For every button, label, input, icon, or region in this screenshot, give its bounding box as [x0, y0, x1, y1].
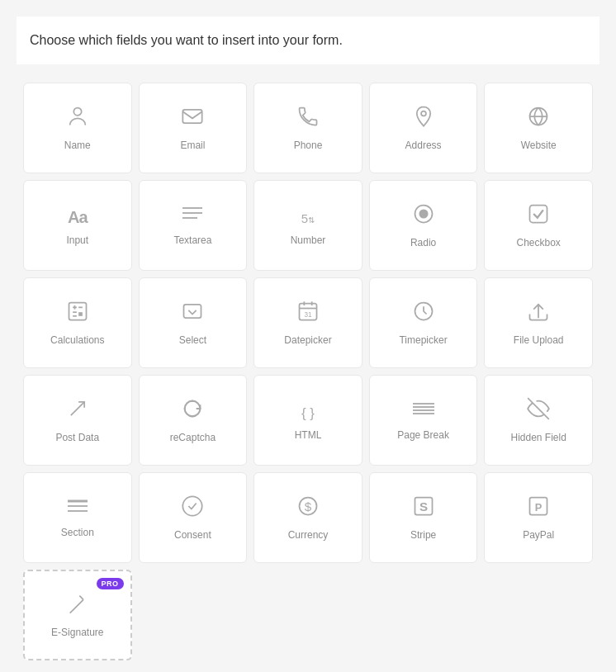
field-card-checkbox[interactable]: Checkbox [484, 180, 593, 271]
calculations-label: Calculations [50, 334, 104, 346]
checkbox-label: Checkbox [517, 237, 561, 248]
field-card-website[interactable]: Website [484, 83, 593, 173]
field-card-paypal[interactable]: PPayPal [484, 472, 593, 563]
svg-text:P: P [535, 501, 543, 513]
field-card-file-upload[interactable]: File Upload [484, 277, 593, 368]
input-label: Input [66, 234, 88, 246]
field-card-timepicker[interactable]: Timepicker [369, 277, 478, 368]
phone-label: Phone [294, 140, 323, 151]
currency-label: Currency [288, 529, 329, 541]
consent-icon [181, 495, 204, 521]
datepicker-label: Datepicker [284, 334, 331, 346]
html-icon: { } [301, 400, 315, 421]
paypal-label: PayPal [523, 529, 554, 541]
file-upload-icon [527, 300, 550, 326]
field-card-number[interactable]: 5⇅Number [254, 180, 362, 271]
input-icon: Aa [68, 205, 88, 226]
field-card-recaptcha[interactable]: reCaptcha [139, 375, 248, 466]
svg-rect-17 [184, 305, 201, 318]
name-label: Name [64, 140, 91, 151]
svg-line-40 [72, 599, 83, 611]
svg-point-8 [419, 210, 427, 217]
select-label: Select [179, 334, 206, 346]
phone-icon [296, 105, 320, 131]
website-label: Website [521, 140, 557, 151]
field-card-input[interactable]: AaInput [23, 180, 132, 271]
page-description: Choose which fields you want to insert i… [30, 33, 586, 48]
post-data-icon [66, 397, 89, 424]
page-break-label: Page Break [397, 429, 449, 441]
field-card-section[interactable]: Section [23, 472, 132, 563]
field-card-consent[interactable]: Consent [139, 472, 248, 563]
name-icon [66, 105, 89, 131]
recaptcha-label: reCaptcha [170, 432, 216, 443]
timepicker-label: Timepicker [399, 334, 447, 346]
pro-badge: PRO [97, 578, 124, 589]
hidden-field-label: Hidden Field [511, 432, 566, 443]
field-card-select[interactable]: Select [139, 277, 248, 368]
recaptcha-icon [181, 397, 204, 424]
website-icon [527, 105, 550, 131]
e-signature-icon [66, 592, 89, 618]
radio-icon [412, 202, 435, 229]
field-card-calculations[interactable]: Calculations [23, 277, 132, 368]
datepicker-icon: 31 [296, 300, 320, 326]
select-icon [181, 300, 204, 326]
svg-point-2 [421, 111, 426, 116]
field-card-currency[interactable]: $Currency [254, 472, 362, 563]
email-label: Email [180, 140, 205, 151]
textarea-label: Textarea [173, 234, 211, 246]
svg-rect-16 [78, 312, 83, 316]
field-card-phone[interactable]: Phone [254, 83, 362, 173]
field-card-html[interactable]: { }HTML [254, 375, 362, 466]
post-data-label: Post Data [55, 432, 99, 443]
stripe-icon: S [412, 495, 435, 521]
field-card-radio[interactable]: Radio [369, 180, 478, 271]
number-icon: 5⇅ [301, 205, 315, 226]
svg-text:S: S [419, 499, 428, 513]
timepicker-icon [412, 300, 435, 326]
radio-label: Radio [410, 237, 436, 248]
checkbox-icon [527, 202, 550, 229]
section-icon [66, 497, 89, 518]
page-header: Choose which fields you want to insert i… [17, 17, 599, 64]
svg-rect-9 [530, 206, 547, 223]
svg-text:31: 31 [304, 311, 312, 319]
field-card-email[interactable]: Email [139, 83, 248, 173]
field-card-textarea[interactable]: Textarea [139, 180, 248, 271]
number-label: Number [291, 234, 326, 246]
field-card-page-break[interactable]: Page Break [369, 375, 478, 466]
address-icon [412, 105, 435, 131]
field-card-address[interactable]: Address [369, 83, 478, 173]
calculations-icon [66, 300, 89, 326]
field-grid: NameEmailPhoneAddressWebsiteAaInputTexta… [17, 83, 599, 660]
consent-label: Consent [174, 529, 211, 541]
field-card-stripe[interactable]: SStripe [369, 472, 478, 563]
page-break-icon [411, 400, 436, 421]
field-card-e-signature[interactable]: PROE-Signature [23, 570, 132, 660]
email-icon [181, 105, 204, 131]
field-card-datepicker[interactable]: 31Datepicker [254, 277, 362, 368]
paypal-icon: P [527, 495, 550, 521]
address-label: Address [405, 140, 442, 151]
svg-text:$: $ [305, 499, 312, 513]
svg-line-25 [71, 402, 84, 415]
grid-container: NameEmailPhoneAddressWebsiteAaInputTexta… [17, 74, 599, 669]
stripe-label: Stripe [410, 529, 436, 541]
field-card-post-data[interactable]: Post Data [23, 375, 132, 466]
section-label: Section [61, 527, 94, 538]
e-signature-label: E-Signature [51, 627, 103, 638]
svg-rect-1 [183, 110, 202, 123]
textarea-icon [181, 205, 204, 226]
field-card-hidden-field[interactable]: Hidden Field [484, 375, 593, 466]
hidden-field-icon [527, 397, 550, 424]
svg-rect-10 [69, 303, 86, 320]
html-label: HTML [295, 429, 322, 441]
file-upload-label: File Upload [514, 334, 564, 346]
svg-point-0 [73, 108, 81, 116]
currency-icon: $ [296, 495, 320, 521]
field-card-name[interactable]: Name [23, 83, 132, 173]
